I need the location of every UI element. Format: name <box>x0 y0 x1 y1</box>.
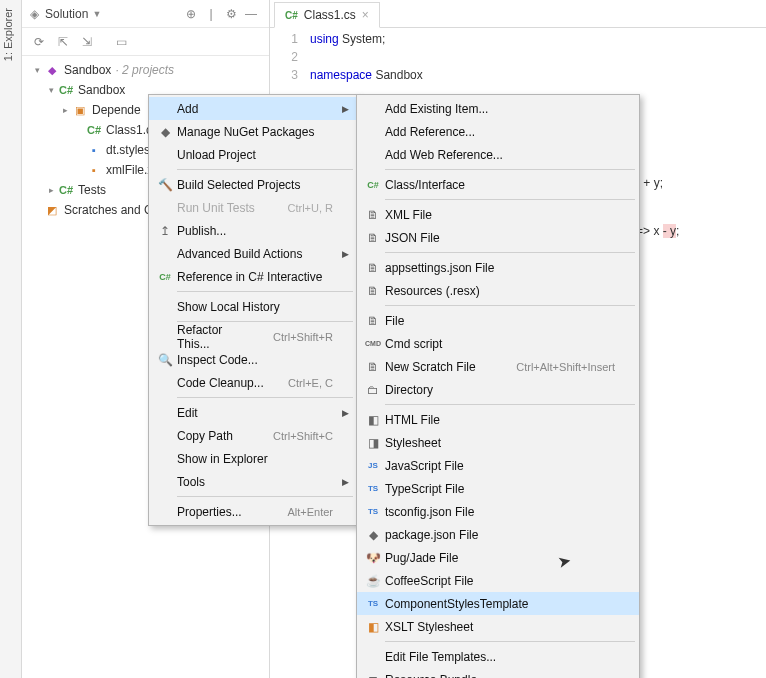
menu-item[interactable]: 🗎New Scratch FileCtrl+Alt+Shift+Insert <box>357 355 639 378</box>
menu-item[interactable]: Unload Project <box>149 143 357 166</box>
inspect-icon: 🔍 <box>153 353 177 367</box>
chevron-right-icon[interactable]: ▸ <box>44 185 58 195</box>
menu-item[interactable]: ◧HTML File <box>357 408 639 431</box>
menu-item[interactable]: Add Existing Item... <box>357 97 639 120</box>
cmd-icon: CMD <box>361 340 385 347</box>
menu-item[interactable]: 🐶Pug/Jade File <box>357 546 639 569</box>
menu-item[interactable]: Code Cleanup...Ctrl+E, C <box>149 371 357 394</box>
menu-item[interactable]: Edit▶ <box>149 401 357 424</box>
menu-item[interactable]: Add Web Reference... <box>357 143 639 166</box>
menu-separator <box>177 496 353 497</box>
target-icon[interactable]: ⊕ <box>181 7 201 21</box>
menu-item[interactable]: ≣Resource Bundle <box>357 668 639 678</box>
scratch-icon: ◩ <box>44 202 60 218</box>
tree-label: Scratches and C <box>64 203 153 217</box>
menu-item-label: New Scratch File <box>385 360 498 374</box>
csharp-icon: C# <box>285 10 298 21</box>
menu-item-label: package.json File <box>385 528 615 542</box>
menu-separator <box>177 397 353 398</box>
tree-root[interactable]: ▾ ◆ Sandbox · 2 projects <box>22 60 269 80</box>
chevron-down-icon[interactable]: ▼ <box>92 9 101 19</box>
ts-icon: ▪ <box>86 142 102 158</box>
gear-icon[interactable]: ⚙ <box>221 7 241 21</box>
chevron-right-icon: ▶ <box>342 104 349 114</box>
menu-item[interactable]: Tools▶ <box>149 470 357 493</box>
chevron-right-icon[interactable]: ▸ <box>58 105 72 115</box>
menu-item-label: Resources (.resx) <box>385 284 615 298</box>
menu-item[interactable]: C#Reference in C# Interactive <box>149 265 357 288</box>
file-icon: 🗎 <box>361 231 385 245</box>
sync-icon[interactable]: ⟳ <box>28 32 50 52</box>
csharp-icon: C# <box>86 122 102 138</box>
menu-separator <box>385 641 635 642</box>
menu-item[interactable]: Properties...Alt+Enter <box>149 500 357 523</box>
menu-item[interactable]: 🗎XML File <box>357 203 639 226</box>
tree-label: dt.styles. <box>106 143 153 157</box>
pug-icon: 🐶 <box>361 551 385 565</box>
menu-item[interactable]: ↥Publish... <box>149 219 357 242</box>
menu-item-label: Cmd script <box>385 337 615 351</box>
menu-item[interactable]: C#Class/Interface <box>357 173 639 196</box>
shortcut: Ctrl+U, R <box>287 202 333 214</box>
editor-tab[interactable]: C# Class1.cs × <box>274 2 380 28</box>
editor-tabs: C# Class1.cs × <box>270 0 766 28</box>
menu-item[interactable]: TSTypeScript File <box>357 477 639 500</box>
cs-icon: C# <box>361 180 385 190</box>
menu-item-label: Manage NuGet Packages <box>177 125 333 139</box>
explorer-title[interactable]: Solution <box>45 7 88 21</box>
menu-item[interactable]: Show Local History <box>149 295 357 318</box>
menu-item[interactable]: JSJavaScript File <box>357 454 639 477</box>
menu-item[interactable]: 🗀Directory <box>357 378 639 401</box>
menu-item-label: Advanced Build Actions <box>177 247 333 261</box>
bundle-icon: ≣ <box>361 673 385 679</box>
chevron-right-icon: ▶ <box>342 408 349 418</box>
tree-label: Sandbox <box>64 63 111 77</box>
menu-item[interactable]: 🗎JSON File <box>357 226 639 249</box>
menu-item: Run Unit TestsCtrl+U, R <box>149 196 357 219</box>
menu-item[interactable]: ☕CoffeeScript File <box>357 569 639 592</box>
shortcut: Ctrl+Shift+R <box>273 331 333 343</box>
menu-item[interactable]: Edit File Templates... <box>357 645 639 668</box>
explorer-tab[interactable]: 1: Explorer <box>0 0 16 69</box>
menu-item[interactable]: 🔍Inspect Code... <box>149 348 357 371</box>
menu-item-label: JavaScript File <box>385 459 615 473</box>
expand-icon[interactable]: ⇱ <box>52 32 74 52</box>
menu-item[interactable]: 🗎Resources (.resx) <box>357 279 639 302</box>
code-area[interactable]: 1 2 3 using System; namespace Sandbox <box>270 28 766 84</box>
chevron-down-icon[interactable]: ▾ <box>30 65 44 75</box>
code[interactable]: using System; namespace Sandbox <box>310 30 766 84</box>
menu-item[interactable]: ◆package.json File <box>357 523 639 546</box>
solution-icon: ◈ <box>30 7 39 21</box>
menu-item[interactable]: CMDCmd script <box>357 332 639 355</box>
js-icon: JS <box>361 461 385 470</box>
menu-item[interactable]: Add▶ <box>149 97 357 120</box>
menu-item-label: Code Cleanup... <box>177 376 270 390</box>
menu-item[interactable]: Copy PathCtrl+Shift+C <box>149 424 357 447</box>
menu-item[interactable]: TSComponentStylesTemplate <box>357 592 639 615</box>
chevron-down-icon[interactable]: ▾ <box>44 85 58 95</box>
menu-item-label: tsconfig.json File <box>385 505 615 519</box>
menu-item-label: Properties... <box>177 505 269 519</box>
menu-separator <box>385 199 635 200</box>
menu-item[interactable]: 🗎File <box>357 309 639 332</box>
hide-icon[interactable]: — <box>241 7 261 21</box>
menu-item[interactable]: ◆Manage NuGet Packages <box>149 120 357 143</box>
menu-item[interactable]: TStsconfig.json File <box>357 500 639 523</box>
menu-item[interactable]: Show in Explorer <box>149 447 357 470</box>
menu-item-label: Unload Project <box>177 148 333 162</box>
shortcut: Ctrl+E, C <box>288 377 333 389</box>
menu-separator <box>385 169 635 170</box>
collapse-icon[interactable]: ⇲ <box>76 32 98 52</box>
scroll-icon[interactable]: ▭ <box>110 32 132 52</box>
menu-item[interactable]: 🔨Build Selected Projects <box>149 173 357 196</box>
divider-icon: | <box>201 7 221 21</box>
menu-item[interactable]: Refactor This...Ctrl+Shift+R <box>149 325 357 348</box>
close-icon[interactable]: × <box>362 8 369 22</box>
menu-item[interactable]: Add Reference... <box>357 120 639 143</box>
menu-item[interactable]: ◧XSLT Stylesheet <box>357 615 639 638</box>
menu-item[interactable]: 🗎appsettings.json File <box>357 256 639 279</box>
menu-item[interactable]: ◨Stylesheet <box>357 431 639 454</box>
publish-icon: ↥ <box>153 224 177 238</box>
menu-item-label: JSON File <box>385 231 615 245</box>
menu-item[interactable]: Advanced Build Actions▶ <box>149 242 357 265</box>
